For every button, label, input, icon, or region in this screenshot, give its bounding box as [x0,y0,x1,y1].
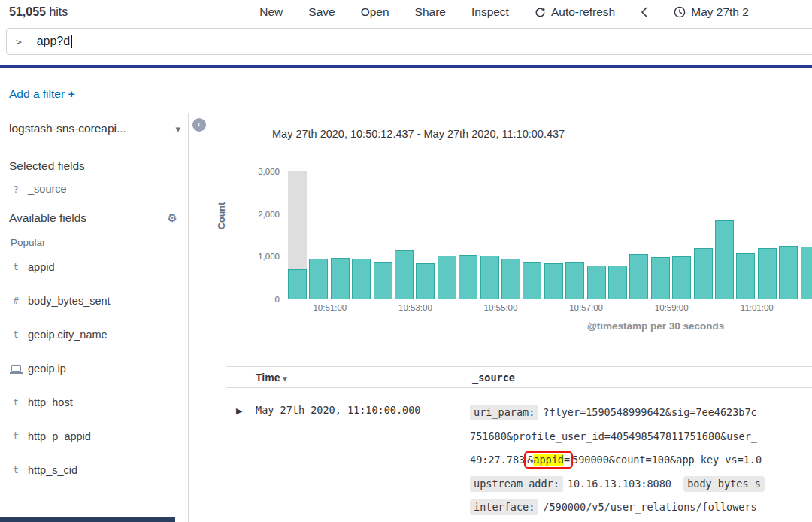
histogram-bar[interactable] [352,259,371,299]
selected-fields-heading: Selected fields [9,159,188,173]
time-picker-label: May 27th 2 [691,5,749,19]
number-type-icon: # [11,295,21,306]
expand-row-icon[interactable]: ▶ [236,406,242,416]
plus-icon: + [68,87,74,100]
open-button[interactable]: Open [361,5,389,19]
histogram-bar[interactable] [288,269,307,299]
histogram-bar[interactable] [565,262,584,299]
histogram-bar[interactable] [629,254,648,299]
histogram-bar[interactable] [715,220,734,299]
histogram-bar[interactable] [395,250,414,299]
field-item-geoip-city-name[interactable]: t geoip.city_name [9,317,188,351]
field-item-http-p-appid[interactable]: t http_p_appid [9,419,188,453]
share-button[interactable]: Share [415,5,446,19]
histogram-bar[interactable] [374,262,392,299]
histogram-bar[interactable] [694,248,713,299]
source-line: upstream_addr:10.16.13.103:8080 body_byt… [470,472,812,496]
histogram-bar[interactable] [416,263,435,299]
field-item-http-s-cid[interactable]: t http_s_cid [9,453,188,487]
sort-desc-icon: ▾ [283,374,287,383]
histogram-bar[interactable] [544,263,563,299]
inspect-button[interactable]: Inspect [471,5,509,19]
x-tick-label: 11:01:00 [741,303,774,312]
row-timestamp: May 27th 2020, 11:10:00.000 [256,404,420,416]
hits-count: 51,055 hits [9,5,68,19]
field-name: geoip.ip [28,363,66,375]
search-input[interactable]: >_ app?d [6,28,812,55]
x-tick-label: 10:59:00 [655,303,689,312]
field-name: http_p_appid [28,430,91,442]
y-tick-label: 2,000 [258,210,280,219]
new-button[interactable]: New [259,5,283,19]
field-item-source[interactable]: ? _source [9,173,188,195]
histogram-title: May 27th 2020, 10:50:12.437 - May 27th 2… [272,128,812,140]
geo-point-icon [11,365,21,372]
field-name: _source [28,183,67,195]
field-badge[interactable]: upstream_addr: [470,476,563,492]
time-picker-button[interactable]: May 27th 2 [674,5,749,19]
field-item-http-host[interactable]: t http_host [9,385,188,419]
histogram-plot [287,171,812,299]
index-pattern-selector[interactable]: logstash-sns-coreapi... ▾ [9,113,188,143]
collapse-sidebar-button[interactable]: ‹ [192,118,206,132]
field-item-body-bytes-sent[interactable]: # body_bytes_sent [9,284,188,317]
x-tick-label: 10:55:00 [484,303,518,312]
highlighted-keyword: appid [533,454,564,466]
histogram-bar[interactable] [501,259,520,299]
y-tick-label: 3,000 [258,167,280,176]
gear-icon[interactable]: ⚙ [168,211,177,225]
source-text: ?flyer=1590548999642&sig=7ee4623b7c [543,406,756,418]
add-filter-label: Add a filter [9,87,65,100]
field-name: body_bytes_sent [28,295,111,307]
chevron-down-icon: ▾ [175,123,180,135]
source-text: 49:27.783 [470,454,525,466]
popular-fields-list: t appid # body_bytes_sent t geoip.city_n… [9,250,188,487]
add-filter-button[interactable]: Add a filter + [9,87,74,100]
terminal-prompt-icon: >_ [16,36,28,47]
histogram-bar[interactable] [459,255,477,300]
time-column-header[interactable]: Time ▾ [256,372,287,384]
histogram-bar[interactable] [523,262,541,299]
toolbar-menu: New Save Open Share Inspect Auto-refresh… [259,5,749,19]
available-fields-row: Available fields ⚙ [9,195,188,225]
query-focus-underline [0,65,812,68]
string-type-icon: t [11,329,21,340]
time-back-button[interactable] [641,7,648,17]
x-axis-label: @timestamp per 30 seconds [505,320,806,332]
field-badge[interactable]: uri_param: [470,405,538,420]
field-item-geoip-ip[interactable]: geoip.ip [9,351,188,385]
histogram-bar[interactable] [736,253,755,299]
field-name: http_s_cid [28,464,77,476]
string-type-icon: t [11,396,21,408]
field-name: geoip.city_name [28,329,108,341]
source-line: uri_param:?flyer=1590548999642&sig=7ee46… [470,401,812,425]
histogram-bar[interactable] [672,256,691,299]
histogram-bar[interactable] [608,266,627,299]
histogram-bar[interactable] [438,256,456,299]
histogram-bar[interactable] [331,258,350,299]
source-line: 49:27.783&appid=590000&count=100&app_key… [470,448,812,472]
string-type-icon: t [11,261,21,272]
histogram-bar[interactable] [779,246,798,299]
histogram-bar[interactable] [651,257,670,299]
field-item-appid[interactable]: t appid [9,250,188,284]
field-badge[interactable]: body_bytes_s [683,476,765,492]
results-table-header: Time ▾ _source [226,366,812,388]
text-cursor [71,35,72,48]
row-source-cell: uri_param:?flyer=1590548999642&sig=7ee46… [470,401,812,520]
field-name: appid [28,261,54,273]
field-badge[interactable]: interface: [470,499,538,515]
histogram-bar[interactable] [758,248,777,299]
x-tick-label: 10:53:00 [398,303,432,312]
histogram-bar[interactable] [480,256,499,299]
histogram-bar[interactable] [309,259,328,299]
fields-sidebar: logstash-sns-coreapi... ▾ Selected field… [0,113,189,522]
save-button[interactable]: Save [308,5,335,19]
popular-section-label: Popular [9,237,188,248]
auto-refresh-label: Auto-refresh [551,5,615,19]
histogram-bar[interactable] [801,247,812,299]
x-axis-ticks: 10:51:0010:53:0010:55:0010:57:0010:59:00… [287,303,812,315]
refresh-icon [535,7,546,18]
auto-refresh-button[interactable]: Auto-refresh [535,5,615,19]
histogram-bar[interactable] [587,266,606,299]
